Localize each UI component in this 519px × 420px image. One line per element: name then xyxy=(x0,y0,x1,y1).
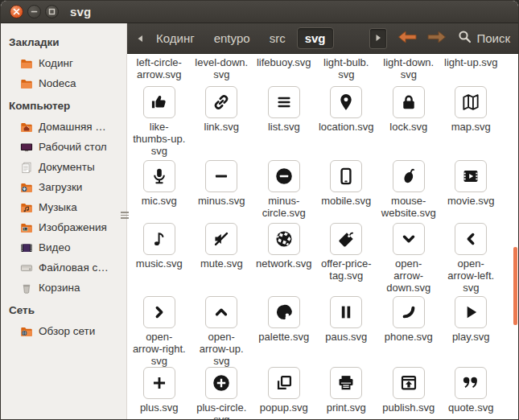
maximize-button[interactable] xyxy=(45,5,59,19)
palette-icon xyxy=(274,302,295,323)
file-name-label: open- arrow-up. svg xyxy=(200,331,244,367)
globe-icon xyxy=(274,229,295,249)
movie-icon xyxy=(460,166,481,187)
thumbs-up-icon xyxy=(149,92,170,113)
file-thumbnail xyxy=(455,223,487,255)
file-item[interactable]: network.svg xyxy=(253,223,315,294)
sidebar-item-filesystem[interactable]: Файловая с… xyxy=(1,257,126,278)
file-item[interactable]: open- arrow-right. svg xyxy=(128,296,191,367)
file-name-label: mouse- website.svg xyxy=(381,195,436,219)
file-item[interactable]: open- arrow-up. svg xyxy=(191,296,253,367)
sidebar-item-label: Музыка xyxy=(39,201,77,213)
file-name-label: offer-price- tag.svg xyxy=(321,257,372,282)
file-item[interactable]: print.svg xyxy=(315,367,378,420)
sidebar-item-videos[interactable]: Видео xyxy=(1,237,126,257)
chevron-right-icon xyxy=(149,302,170,323)
file-item[interactable]: plus-circle. svg xyxy=(191,367,253,420)
pane-resize-handle[interactable] xyxy=(121,212,129,219)
sidebar-item-desktop[interactable]: Рабочий стол xyxy=(1,137,126,157)
breadcrumb-item-koding[interactable]: Кодинг xyxy=(148,27,203,49)
file-item[interactable]: music.svg xyxy=(128,223,191,294)
file-item[interactable]: publish.svg xyxy=(377,367,440,420)
file-item[interactable]: mic.svg xyxy=(128,160,191,219)
file-item[interactable]: mobile.svg xyxy=(315,160,378,219)
file-item[interactable]: like- thumbs-up. svg xyxy=(128,86,191,157)
sidebar-item-label: Видео xyxy=(39,241,70,253)
back-button[interactable] xyxy=(397,31,417,47)
file-name-label: print.svg xyxy=(327,401,366,414)
file-item[interactable]: mouse- website.svg xyxy=(377,160,440,219)
file-item[interactable]: left-circle- arrow.svg xyxy=(128,56,191,80)
file-thumbnail xyxy=(205,367,237,399)
file-item[interactable]: plus.svg xyxy=(128,367,191,420)
search-label: Поиск xyxy=(476,31,510,45)
sidebar-item-pictures[interactable]: Изображения xyxy=(1,217,126,237)
file-item[interactable]: popup.svg xyxy=(253,367,315,420)
sidebar-item-home[interactable]: Домашняя … xyxy=(1,117,126,137)
publish-icon xyxy=(398,373,419,393)
file-thumbnail xyxy=(455,160,487,192)
file-item[interactable]: minus- circle.svg xyxy=(253,160,315,219)
scrollbar-thumb[interactable] xyxy=(513,247,517,325)
breadcrumb-item-src[interactable]: src xyxy=(262,27,294,49)
sidebar-item-documents[interactable]: Документы xyxy=(1,157,126,177)
file-name-label: publish.svg xyxy=(382,401,435,414)
minimize-button[interactable] xyxy=(27,5,41,19)
sidebar-item-network-browse[interactable]: Обзор сети xyxy=(1,321,126,341)
music-folder-icon xyxy=(20,201,33,214)
sidebar-item-downloads[interactable]: Загрузки xyxy=(1,177,126,197)
path-toolbar: Кодингentyposrcsvg Поиск xyxy=(127,23,518,54)
file-item[interactable]: play.svg xyxy=(440,296,503,367)
file-grid-row: left-circle- arrow.svglevel-down. svglif… xyxy=(127,56,518,80)
file-item[interactable]: light-down. svg xyxy=(377,56,440,80)
file-item[interactable]: quote.svg xyxy=(440,367,503,420)
plus-circle-icon xyxy=(211,373,232,393)
file-item[interactable]: light-bulb. svg xyxy=(315,56,378,80)
file-item[interactable]: minus.svg xyxy=(191,160,253,219)
file-item[interactable]: map.svg xyxy=(440,86,503,157)
file-item[interactable]: open- arrow-left. svg xyxy=(440,223,503,294)
file-thumbnail xyxy=(455,296,487,328)
mobile-icon xyxy=(336,166,356,187)
pathbar-overflow-button[interactable] xyxy=(369,28,387,49)
file-item[interactable]: open- arrow- down.svg xyxy=(377,223,440,294)
sidebar-item-label: Домашняя … xyxy=(39,121,106,133)
file-item[interactable]: location.svg xyxy=(315,86,378,157)
file-item[interactable]: paus.svg xyxy=(315,296,378,367)
file-item[interactable]: level-down. svg xyxy=(191,56,253,80)
sidebar-item-label: Файловая с… xyxy=(39,261,109,274)
file-item[interactable]: lifebuoy.svg xyxy=(253,56,315,80)
search-button[interactable]: Поиск xyxy=(458,30,510,47)
close-button[interactable] xyxy=(10,5,23,19)
breadcrumb-item-svg[interactable]: svg xyxy=(297,27,334,49)
sidebar-item-trash[interactable]: Корзина xyxy=(1,278,126,298)
sidebar-item-label: Обзор сети xyxy=(39,325,95,337)
file-item[interactable]: offer-price- tag.svg xyxy=(315,223,378,294)
list-icon xyxy=(274,92,295,113)
popup-icon xyxy=(274,373,295,393)
sidebar-item-nodeca[interactable]: Nodeca xyxy=(1,73,126,93)
file-item[interactable]: movie.svg xyxy=(440,160,503,219)
breadcrumb-item-entypo[interactable]: entypo xyxy=(206,27,258,49)
file-item[interactable]: phone.svg xyxy=(377,296,440,367)
sidebar-item-music[interactable]: Музыка xyxy=(1,197,126,217)
file-name-label: minus.svg xyxy=(198,195,245,207)
file-name-label: map.svg xyxy=(451,121,491,133)
file-item[interactable]: list.svg xyxy=(253,86,315,157)
sidebar-item-koding[interactable]: Кодинг xyxy=(1,53,126,73)
file-thumbnail xyxy=(143,160,175,192)
file-thumbnail xyxy=(330,160,362,192)
file-item[interactable]: light-up.svg xyxy=(440,56,503,80)
file-name-label: lifebuoy.svg xyxy=(257,56,311,68)
file-item[interactable]: lock.svg xyxy=(377,86,440,157)
file-item[interactable]: link.svg xyxy=(191,86,253,157)
pathbar-scroll-left-icon[interactable] xyxy=(137,35,143,43)
plus-icon xyxy=(149,373,170,393)
maximize-icon xyxy=(48,8,56,15)
chevron-left-icon xyxy=(460,229,481,249)
file-item[interactable]: mute.svg xyxy=(191,223,253,294)
file-item[interactable]: palette.svg xyxy=(253,296,315,367)
music-note-icon xyxy=(149,229,170,249)
forward-button[interactable] xyxy=(427,31,447,47)
titlebar[interactable]: svg xyxy=(1,1,518,23)
